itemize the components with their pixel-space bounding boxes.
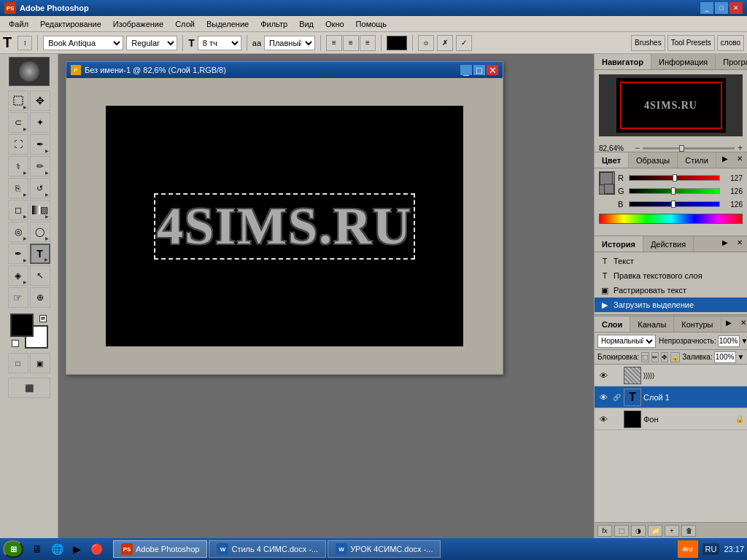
tab-channels[interactable]: Каналы <box>630 316 674 332</box>
history-expand[interactable]: ▶ <box>718 236 732 252</box>
layers-expand[interactable]: ▶ <box>721 316 736 332</box>
color-close[interactable]: ✕ <box>732 152 747 168</box>
move-tool[interactable]: ✥ <box>30 90 50 111</box>
lock-transparent-button[interactable]: ⬚ <box>641 352 649 362</box>
layer-vis-0[interactable]: 👁 <box>597 370 609 381</box>
tab-history[interactable]: История <box>595 236 643 252</box>
fill-input[interactable] <box>714 351 736 363</box>
zoom-out-button[interactable]: − <box>635 143 640 153</box>
history-item-1[interactable]: T Текст <box>595 254 747 268</box>
lock-pixels-button[interactable]: ✏ <box>651 352 659 362</box>
green-slider[interactable] <box>629 188 720 194</box>
layer-delete-button[interactable]: 🗑 <box>681 525 696 537</box>
zoom-in-button[interactable]: + <box>738 143 743 153</box>
eraser-tool[interactable]: ◻ ▶ <box>8 200 28 220</box>
history-item-2[interactable]: T Правка текстового слоя <box>595 268 747 283</box>
maximize-button[interactable]: □ <box>715 2 728 14</box>
doc-minimize[interactable]: _ <box>460 65 472 75</box>
brush-tool[interactable]: ✏ ▶ <box>30 156 50 176</box>
standard-mode-button[interactable]: □ <box>8 353 28 373</box>
layer-style-button[interactable]: fx <box>597 525 612 537</box>
tray-language[interactable]: RU <box>703 543 720 555</box>
opacity-arrow[interactable]: ▼ <box>741 337 747 345</box>
tab-color[interactable]: Цвет <box>595 152 629 168</box>
menu-filter[interactable]: Фильтр <box>255 18 293 30</box>
hand-tool[interactable]: ☞ <box>8 287 28 308</box>
orientation-button[interactable]: ↕ <box>18 36 32 50</box>
zoom-tool[interactable]: ⊕ <box>30 287 50 308</box>
tab-actions[interactable]: Действия <box>643 236 694 252</box>
gradient-tool[interactable]: ▬ ▨ ▶ <box>30 200 50 220</box>
default-colors-icon[interactable] <box>12 340 19 347</box>
layer-link-2[interactable] <box>611 413 622 425</box>
history-brush-tool[interactable]: ↺ ▶ <box>30 178 50 198</box>
zoom-slider[interactable] <box>643 147 735 149</box>
font-style-select[interactable]: Regular <box>126 36 177 50</box>
start-button[interactable]: ⊞ <box>3 540 23 558</box>
brushes-button[interactable]: Brushes <box>631 35 665 51</box>
taskbar-app-word1[interactable]: W Стиль 4 СИМС.docx -... <box>209 540 326 558</box>
clone-stamp-tool[interactable]: ⎘ ▶ <box>8 178 28 198</box>
blur-tool[interactable]: ◎ ▶ <box>8 222 28 242</box>
layer-mask-button[interactable]: ⬚ <box>614 525 629 537</box>
align-right-button[interactable]: ≡ <box>360 35 376 51</box>
quick-mask-button[interactable]: ▣ <box>30 353 50 373</box>
layer-adjustment-button[interactable]: ◑ <box>631 525 646 537</box>
menu-image[interactable]: Изображение <box>107 18 169 30</box>
fill-arrow[interactable]: ▼ <box>738 353 745 361</box>
dodge-tool[interactable]: ◯ ▶ <box>30 222 50 242</box>
aa-mode-select[interactable]: Плавный <box>264 36 315 50</box>
menu-window[interactable]: Окно <box>320 18 350 30</box>
tab-paths[interactable]: Контуры <box>674 316 721 332</box>
slovo-button[interactable]: слово <box>717 35 744 51</box>
warp-text-button[interactable]: ⌾ <box>418 35 434 51</box>
blend-mode-select[interactable]: Нормальный <box>597 335 656 348</box>
magic-wand-tool[interactable]: ✦ <box>30 112 50 133</box>
minimize-button[interactable]: _ <box>700 2 713 14</box>
rectangular-marquee-tool[interactable]: ▶ <box>8 90 28 111</box>
layer-link-0[interactable] <box>611 370 622 381</box>
media-player-icon[interactable]: ▶ <box>68 540 85 558</box>
swap-colors-icon[interactable]: ⇄ <box>39 315 47 322</box>
tab-program[interactable]: Программа <box>716 54 747 69</box>
align-left-button[interactable]: ≡ <box>326 35 342 51</box>
red-slider[interactable] <box>629 175 720 181</box>
menu-help[interactable]: Помощь <box>350 18 393 30</box>
foreground-color[interactable] <box>10 314 34 337</box>
color-spectrum-bar[interactable] <box>599 214 743 224</box>
layer-item-0[interactable]: 👁 ))))) <box>595 365 747 386</box>
confirm-text-button[interactable]: ✓ <box>456 35 472 51</box>
history-close[interactable]: ✕ <box>732 236 747 252</box>
menu-file[interactable]: Файл <box>3 18 34 30</box>
tab-layers[interactable]: Слои <box>595 316 630 332</box>
text-color-swatch[interactable] <box>387 36 407 50</box>
layer-new-button[interactable]: + <box>665 525 679 537</box>
lock-position-button[interactable]: ✥ <box>661 352 668 362</box>
history-item-4[interactable]: ▶ Загрузить выделение <box>595 298 747 312</box>
lasso-tool[interactable]: ⊂ ▶ <box>8 112 28 133</box>
font-size-select[interactable]: 8 тч <box>198 36 241 50</box>
crop-tool[interactable]: ⛶ <box>8 134 28 155</box>
doc-maximize[interactable]: □ <box>473 65 485 75</box>
blue-slider[interactable] <box>629 201 720 207</box>
layer-link-1[interactable]: 🔗 <box>611 392 622 403</box>
layer-vis-1[interactable]: 👁 <box>597 392 609 403</box>
ie-icon[interactable]: 🌐 <box>48 540 66 558</box>
tab-info[interactable]: Информация <box>651 54 716 69</box>
pen-tool[interactable]: ✒ ▶ <box>8 244 28 264</box>
green-thumb[interactable] <box>671 187 676 195</box>
layers-close[interactable]: ✕ <box>736 316 748 332</box>
align-center-button[interactable]: ≡ <box>343 35 359 51</box>
color-fg-swatch[interactable] <box>599 171 615 195</box>
cancel-text-button[interactable]: ✗ <box>437 35 453 51</box>
change-screen-mode-button[interactable]: ⬛ <box>8 378 50 398</box>
red-thumb[interactable] <box>673 174 677 182</box>
opacity-input[interactable] <box>718 335 740 347</box>
menu-layer[interactable]: Слой <box>169 18 201 30</box>
eyedropper-tool[interactable]: ✒ ▶ <box>30 134 50 155</box>
history-item-3[interactable]: ▣ Растрировать текст <box>595 283 747 298</box>
blue-thumb[interactable] <box>671 201 676 208</box>
taskbar-app-word2[interactable]: W УРОК 4СИМС.docx -... <box>328 540 441 558</box>
heal-tool[interactable]: ⚕ ▶ <box>8 156 28 176</box>
text-tool[interactable]: T ▶ <box>30 244 50 264</box>
